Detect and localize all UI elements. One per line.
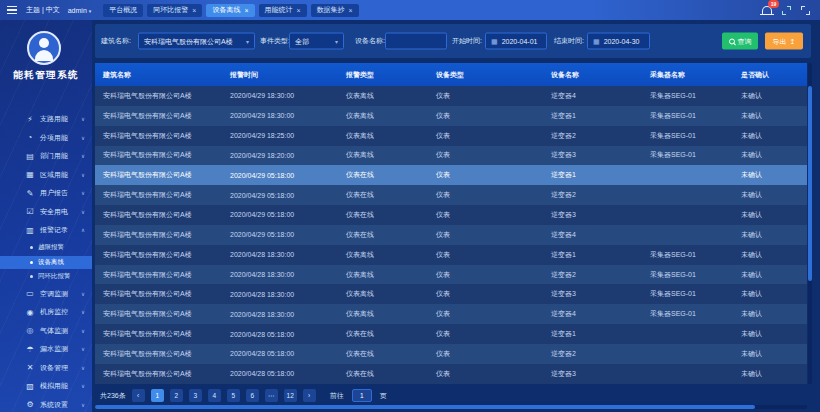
table-cell: 2020/04/29 18:30:00 [222,92,338,99]
table-cell: 仪表离线 [338,91,428,101]
pagination-next-button[interactable]: › [303,389,316,402]
export-button[interactable]: 导出 ↥ [765,33,803,50]
sidebar-item-设备管理[interactable]: ✕设备管理∨ [0,359,92,378]
sidebar-item-模拟用能[interactable]: ▧模拟用能∨ [0,377,92,396]
table-row[interactable]: 安科瑞电气股份有限公司A楼2020/04/28 05:18:00仪表在线仪表逆变… [95,324,807,344]
table-row[interactable]: 安科瑞电气股份有限公司A楼2020/04/28 18:30:00仪表离线仪表逆变… [95,304,807,324]
username-label: admin [68,7,87,14]
table-row[interactable]: 安科瑞电气股份有限公司A楼2020/04/29 05:18:00仪表在线仪表逆变… [95,165,807,185]
pagination-page-12[interactable]: 12 [284,389,297,402]
table-cell: 安科瑞电气股份有限公司A楼 [95,170,222,180]
tab-close-icon[interactable]: × [192,7,196,14]
chevron-icon: ∨ [81,365,85,371]
tab-close-icon[interactable]: × [297,7,301,14]
sidebar-subitem-同环比报警[interactable]: 同环比报警 [0,270,92,283]
tab-close-icon[interactable]: × [244,7,248,14]
tab-同环比报警[interactable]: 同环比报警× [147,4,202,17]
sidebar-item-用户报告[interactable]: ✎用户报告∨ [0,184,92,203]
table-cell: 仪表 [428,170,543,180]
theme-language-switch[interactable]: 主题 | 中文 [26,5,60,15]
pagination-page-2[interactable]: 2 [170,389,183,402]
table-row[interactable]: 安科瑞电气股份有限公司A楼2020/04/29 05:18:00仪表在线仪表逆变… [95,185,807,205]
table-row[interactable]: 安科瑞电气股份有限公司A楼2020/04/28 05:18:00仪表在线仪表逆变… [95,344,807,364]
column-header-报警类型: 报警类型 [338,70,428,80]
tab-平台概况[interactable]: 平台概况 [103,4,143,17]
end-date-input[interactable]: ▦ 2020-04-30 [587,33,650,50]
table-row[interactable]: 安科瑞电气股份有限公司A楼2020/04/28 18:30:00仪表离线仪表逆变… [95,265,807,285]
menu-toggle-icon[interactable] [7,6,17,14]
table-cell: 安科瑞电气股份有限公司A楼 [95,190,222,200]
device-name-input[interactable] [385,33,447,50]
pagination-page-3[interactable]: 3 [189,389,202,402]
event-type-select[interactable]: 全部 ▾ [289,33,344,50]
sidebar-item-分项用能[interactable]: ◔分项用能∨ [0,129,92,148]
table-cell: 未确认 [733,329,807,339]
chevron-icon: ∨ [81,172,85,178]
system-settings-icon: ⚙ [24,400,36,409]
table-row[interactable]: 安科瑞电气股份有限公司A楼2020/04/29 18:20:00仪表离线仪表逆变… [95,146,807,166]
resize-icon[interactable] [782,6,791,15]
building-select[interactable]: 安科瑞电气股份有限公司A楼 ▾ [138,33,255,50]
vertical-scrollbar-track[interactable] [808,63,812,384]
chevron-icon: ∨ [81,291,85,297]
sidebar-item-空调监测[interactable]: ▭空调监测∨ [0,285,92,304]
column-header-设备名称: 设备名称 [543,70,642,80]
table-cell: 未确认 [733,91,807,101]
column-header-设备类型: 设备类型 [428,70,543,80]
table-cell: 采集器SEG-01 [642,270,733,280]
pagination-ellipsis[interactable]: ⋯ [265,389,278,402]
pagination-page-6[interactable]: 6 [246,389,259,402]
alarm-table: 建筑名称报警时间报警类型设备类型设备名称采集器名称是否确认 安科瑞电气股份有限公… [95,63,807,384]
pagination-page-5[interactable]: 5 [227,389,240,402]
user-menu[interactable]: admin▾ [68,7,92,14]
sidebar-item-漏水监测[interactable]: ☂漏水监测∨ [0,340,92,359]
event-type-value: 全部 [295,36,309,46]
sidebar-item-区域用能[interactable]: ▦区域用能∨ [0,166,92,185]
table-cell: 仪表 [428,369,543,379]
tab-close-icon[interactable]: × [349,7,353,14]
region-energy-icon: ▦ [24,170,36,179]
sidebar-subitem-设备离线[interactable]: 设备离线 [0,256,92,269]
table-cell: 2020/04/28 18:30:00 [222,271,338,278]
start-date-input[interactable]: ▦ 2020-04-01 [485,33,547,50]
user-avatar[interactable] [27,31,61,65]
sidebar-item-系统设置[interactable]: ⚙系统设置∨ [0,396,92,412]
tab-设备离线[interactable]: 设备离线× [206,4,254,17]
table-cell: 2020/04/28 05:18:00 [222,350,338,357]
table-cell: 仪表离线 [338,250,428,260]
notifications-bell-icon[interactable]: 19 [761,4,772,16]
table-row[interactable]: 安科瑞电气股份有限公司A楼2020/04/29 18:30:00仪表离线仪表逆变… [95,86,807,106]
sidebar-subitem-越限报警[interactable]: 越限报警 [0,241,92,254]
search-button[interactable]: 查询 [722,33,758,50]
tab-label: 设备离线 [212,5,240,15]
pagination-prev-button[interactable]: ‹ [132,389,145,402]
table-row[interactable]: 安科瑞电气股份有限公司A楼2020/04/29 05:18:00仪表在线仪表逆变… [95,225,807,245]
fullscreen-icon[interactable] [801,6,810,15]
table-cell: 安科瑞电气股份有限公司A楼 [95,349,222,359]
table-row[interactable]: 安科瑞电气股份有限公司A楼2020/04/29 18:25:00仪表离线仪表逆变… [95,126,807,146]
table-cell: 采集器SEG-01 [642,111,733,121]
tab-数据集抄[interactable]: 数据集抄× [311,4,359,17]
vertical-scrollbar-thumb[interactable] [808,86,812,281]
pagination-page-4[interactable]: 4 [208,389,221,402]
sidebar-item-label: 漏水监测 [40,344,68,354]
sidebar-item-机房监控[interactable]: ◉机房监控∨ [0,303,92,322]
table-row[interactable]: 安科瑞电气股份有限公司A楼2020/04/28 18:30:00仪表离线仪表逆变… [95,245,807,265]
table-row[interactable]: 安科瑞电气股份有限公司A楼2020/04/29 05:18:00仪表在线仪表逆变… [95,205,807,225]
table-cell: 未确认 [733,349,807,359]
sidebar-item-报警记录[interactable]: ▥报警记录∧ [0,221,92,240]
horizontal-scrollbar-track[interactable] [95,405,807,409]
sidebar-item-支路用能[interactable]: ⚡支路用能∨ [0,110,92,129]
sidebar-item-安全用电[interactable]: ☑安全用电∨ [0,203,92,222]
goto-page-input[interactable]: 1 [352,389,372,402]
pagination-page-1[interactable]: 1 [151,389,164,402]
sidebar-item-气体监测[interactable]: ◎气体监测∨ [0,322,92,341]
sidebar-item-部门用能[interactable]: ▤部门用能∨ [0,147,92,166]
table-cell: 2020/04/29 18:25:00 [222,132,338,139]
table-row[interactable]: 安科瑞电气股份有限公司A楼2020/04/29 18:30:00仪表离线仪表逆变… [95,106,807,126]
table-row[interactable]: 安科瑞电气股份有限公司A楼2020/04/28 05:18:00仪表在线仪表逆变… [95,364,807,384]
table-row[interactable]: 安科瑞电气股份有限公司A楼2020/04/28 18:30:00仪表离线仪表逆变… [95,284,807,304]
tab-用能统计[interactable]: 用能统计× [259,4,307,17]
horizontal-scrollbar-thumb[interactable] [95,405,755,409]
pagination: 共236条 ‹123456⋯12› 前往 1 页 [100,389,387,402]
